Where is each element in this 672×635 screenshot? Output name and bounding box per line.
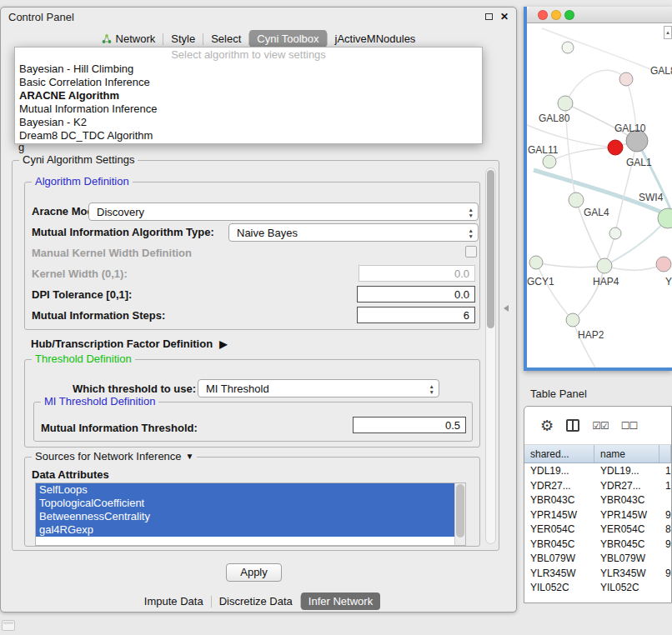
network-node[interactable] (529, 256, 543, 269)
data-attribute-item[interactable]: BetweennessCentrality (36, 510, 465, 523)
algorithm-popup-item[interactable]: Dream8 DC_TDC Algorithm (15, 129, 482, 142)
dpi-tolerance-input[interactable]: 0.0 (357, 286, 475, 302)
table-row[interactable]: YBL079WYBL079W (524, 551, 671, 566)
table-cell: 12 (659, 478, 671, 493)
network-node[interactable] (569, 192, 584, 208)
network-edge[interactable] (536, 262, 573, 320)
network-scroll-up-icon[interactable]: ▴ (664, 26, 672, 39)
chevron-up-icon: ▲ (469, 228, 474, 233)
mi-algorithm-type-value: Naive Bayes (237, 227, 298, 239)
column-header-name[interactable]: name (594, 445, 659, 462)
panel-divider-collapse-arrow[interactable] (504, 305, 509, 312)
data-attributes-listbox[interactable]: SelfLoopsTopologicalCoefficientBetweenne… (35, 482, 466, 546)
column-header-shared-name[interactable]: shared... (524, 445, 594, 462)
settings-scrollbar-thumb[interactable] (487, 170, 494, 328)
network-window-titlebar[interactable] (527, 7, 672, 23)
columns-icon[interactable] (566, 419, 579, 432)
algorithm-popup-item[interactable]: Mutual Information Inference (15, 102, 482, 116)
control-panel-titlebar[interactable]: Control Panel ✕ (1, 8, 516, 26)
cyni-algorithm-settings-group: Cyni Algorithm Settings Algorithm Defini… (12, 160, 499, 551)
apply-button[interactable]: Apply (226, 563, 282, 582)
table-cell: 9. (659, 566, 671, 581)
tab-cyni-toolbox[interactable]: Cyni Toolbox (249, 30, 326, 48)
table-row[interactable]: YIL052CYIL052C (524, 580, 671, 595)
table-cell: YIL052C (594, 580, 659, 595)
tab-network[interactable]: Network (94, 30, 163, 48)
select-all-icon[interactable]: ☑☑ (592, 420, 609, 432)
table-row[interactable]: YDR27...YDR27...12 (524, 478, 671, 493)
network-canvas[interactable]: GAL8GAL80GAL10GAL11GAL1SWI4GAL4GCY1HAP4Y… (527, 23, 672, 368)
table-row[interactable]: YPR145WYPR145W9. (524, 508, 671, 522)
tab-infer-network[interactable]: Infer Network (301, 592, 380, 610)
table-header: shared... name (524, 445, 671, 463)
mi-steps-label: Mutual Information Steps: (32, 309, 165, 322)
algorithm-popup-item[interactable]: Basic Correlation Inference (15, 76, 482, 89)
close-icon[interactable]: ✕ (500, 12, 509, 21)
mi-steps-input[interactable]: 6 (357, 307, 475, 323)
tab-network-label: Network (116, 32, 156, 45)
network-node[interactable] (566, 313, 579, 327)
network-node[interactable] (609, 228, 621, 239)
table-row[interactable]: YBR043CYBR043C (524, 492, 671, 508)
zoom-traffic-light-icon[interactable] (564, 10, 574, 20)
attributes-scrollbar[interactable] (454, 483, 465, 545)
manual-kernel-width-checkbox[interactable] (465, 246, 477, 258)
algorithm-popup-item[interactable]: ARACNE Algorithm (15, 89, 482, 102)
deselect-all-icon[interactable]: ☐☐ (621, 420, 638, 432)
tab-style[interactable]: Style (163, 30, 203, 48)
table-cell (659, 492, 671, 508)
data-attribute-item[interactable]: gal4RGexp (36, 523, 465, 537)
minimized-panel-icon[interactable] (2, 620, 15, 631)
network-node[interactable] (597, 258, 612, 273)
network-node[interactable] (558, 96, 573, 111)
data-attribute-item[interactable]: SelfLoops (36, 483, 465, 497)
table-row[interactable]: YER054CYER054C8. (524, 522, 671, 537)
table-cell: YDL19... (524, 463, 594, 478)
tab-jactivemnodules[interactable]: jActiveMNodules (328, 30, 424, 48)
mi-algorithm-type-dropdown[interactable]: Naive Bayes ▲▼ (228, 223, 479, 242)
column-header-cut[interactable] (659, 445, 671, 462)
table-cell: YBL079W (594, 551, 659, 566)
network-edge[interactable] (542, 28, 652, 70)
network-edge[interactable] (565, 70, 626, 103)
sources-toggle[interactable]: Sources for Network Inference ▼ (32, 450, 197, 462)
network-edge[interactable] (573, 320, 595, 368)
table-row[interactable]: YBR045CYBR045C9. (524, 537, 671, 552)
algorithm-popup-item[interactable]: Bayesian - K2 (15, 116, 482, 129)
gear-icon[interactable]: ⚙ (540, 417, 554, 435)
control-panel-tabs: Network Style Select Cyni Toolbox jActiv… (1, 30, 516, 48)
data-attribute-item[interactable]: TopologicalCoefficient (36, 497, 465, 510)
hub-transcription-factor-toggle[interactable]: Hub/Transcription Factor Definition ▶ (31, 338, 227, 350)
network-canvas-area[interactable]: GAL8GAL80GAL10GAL11GAL1SWI4GAL4GCY1HAP4Y… (527, 23, 672, 368)
which-threshold-dropdown[interactable]: MI Threshold ▲▼ (198, 379, 439, 398)
network-node[interactable] (608, 140, 623, 155)
table-row[interactable]: YDL19...YDL19...13 (524, 463, 671, 478)
chevron-down-icon: ▼ (469, 233, 474, 239)
tab-select[interactable]: Select (203, 30, 248, 48)
network-edge[interactable] (549, 148, 615, 162)
mi-threshold-input[interactable]: 0.5 (353, 417, 466, 433)
network-edge[interactable] (536, 262, 604, 268)
algorithm-popup-item[interactable]: Bayesian - Hill Climbing (15, 62, 482, 76)
network-node[interactable] (656, 257, 671, 272)
minimize-traffic-light-icon[interactable] (551, 10, 561, 20)
tab-discretize-data[interactable]: Discretize Data (212, 592, 300, 610)
algorithm-popup-placeholder: Select algorithm to view settings (15, 48, 482, 62)
algorithm-popup-list: Bayesian - Hill ClimbingBasic Correlatio… (15, 62, 482, 142)
window-buttons: ✕ (485, 12, 509, 21)
tab-impute-data[interactable]: Impute Data (137, 592, 211, 610)
close-traffic-light-icon[interactable] (538, 10, 548, 20)
aracne-mode-dropdown[interactable]: Discovery ▲▼ (88, 202, 479, 221)
kernel-width-input[interactable]: 0.0 (359, 265, 475, 282)
network-edge[interactable] (573, 266, 604, 320)
table-row[interactable]: YLR345WYLR345W9. (524, 566, 671, 581)
attributes-scrollbar-thumb[interactable] (456, 484, 464, 538)
network-node[interactable] (562, 42, 574, 53)
network-edge[interactable] (604, 264, 664, 270)
network-node[interactable] (619, 72, 633, 86)
network-node[interactable] (543, 155, 556, 168)
table-cell: 9. (659, 537, 671, 552)
settings-scrollbar[interactable] (485, 168, 496, 544)
float-window-icon[interactable] (485, 13, 493, 20)
table-toolbar: ⚙ ☑☑ ☐☐ (524, 407, 671, 445)
